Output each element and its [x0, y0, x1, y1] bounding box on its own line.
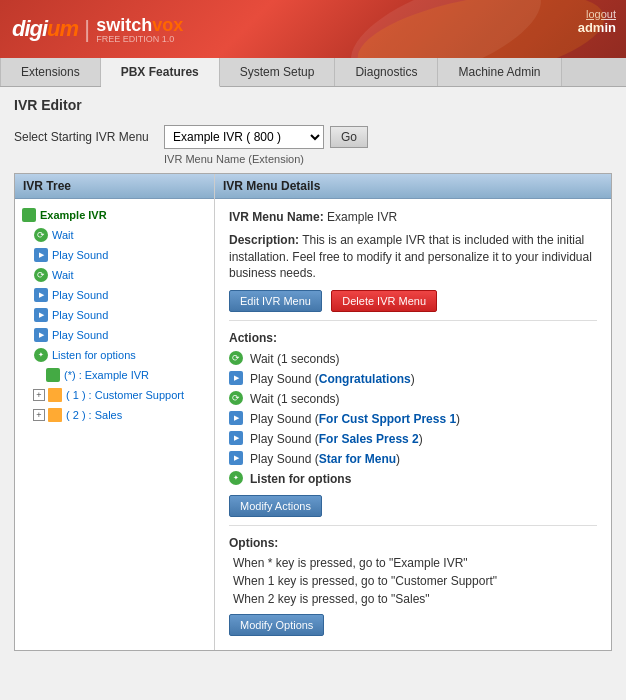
action-sound-icon-4: [229, 451, 245, 467]
ivr-details-panel: IVR Menu Details IVR Menu Name: Example …: [215, 174, 611, 650]
tree-label-wait-2: Wait: [52, 269, 74, 281]
delete-ivr-button[interactable]: Delete IVR Menu: [331, 290, 437, 312]
tree-label-listen: Listen for options: [52, 349, 136, 361]
logo-divider: |: [84, 15, 90, 43]
tree-item-play-sound-2[interactable]: Play Sound: [31, 285, 210, 305]
modify-options-button[interactable]: Modify Options: [229, 614, 324, 636]
action-sound-text-1: Play Sound (Congratulations): [250, 372, 415, 386]
action-sound-icon-3: [229, 431, 245, 447]
admin-name: admin: [578, 20, 616, 35]
go-button[interactable]: Go: [330, 126, 368, 148]
tree-content: Example IVR Wait Play Sound: [15, 199, 214, 431]
action-sound-text-3: Play Sound (For Sales Press 2): [250, 432, 423, 446]
tree-label-star-ivr: (*) : Example IVR: [64, 369, 149, 381]
tree-item-sales[interactable]: + ( 2 ) : Sales: [31, 405, 210, 425]
tree-label-sales: ( 2 ) : Sales: [66, 409, 122, 421]
page-title: IVR Editor: [14, 97, 612, 113]
tab-extensions[interactable]: Extensions: [0, 58, 101, 86]
modify-options-row: Modify Options: [229, 614, 597, 636]
option-3: When 2 key is pressed, go to "Sales": [229, 592, 597, 606]
folder-icon-2: [47, 407, 63, 423]
tree-item-play-sound-3[interactable]: Play Sound: [31, 305, 210, 325]
header-right: logout admin: [578, 8, 616, 35]
divider-2: [229, 525, 597, 526]
action-sound-text-4: Play Sound (Star for Menu): [250, 452, 400, 466]
tree-item-wait-2[interactable]: Wait: [31, 265, 210, 285]
main-content: IVR Editor Select Starting IVR Menu Exam…: [0, 87, 626, 661]
tree-item-play-sound-1[interactable]: Play Sound: [31, 245, 210, 265]
expand-icon-1[interactable]: +: [33, 389, 45, 401]
menu-name-label: IVR Menu Name:: [229, 210, 324, 224]
logout-link[interactable]: logout: [578, 8, 616, 20]
tree-item-star-ivr[interactable]: (*) : Example IVR: [43, 365, 210, 385]
ivr-tree-header: IVR Tree: [15, 174, 214, 199]
ivr-icon: [21, 207, 37, 223]
expand-icon-2[interactable]: +: [33, 409, 45, 421]
sound-icon-1: [33, 247, 49, 263]
description-line: Description: This is an example IVR that…: [229, 232, 597, 282]
tree-label-customer-support: ( 1 ) : Customer Support: [66, 389, 184, 401]
logo-edition: FREE EDITION 1.0: [96, 34, 183, 44]
tree-label-example-ivr: Example IVR: [40, 209, 107, 221]
action-wait-2: Wait (1 seconds): [229, 391, 597, 407]
tab-pbx-features[interactable]: PBX Features: [101, 58, 220, 87]
tree-label-play-sound-2: Play Sound: [52, 289, 108, 301]
action-wait-text-2: Wait (1 seconds): [250, 392, 340, 406]
tree-label-play-sound-1: Play Sound: [52, 249, 108, 261]
description-label: Description:: [229, 233, 299, 247]
sound-icon-4: [33, 327, 49, 343]
folder-icon-1: [47, 387, 63, 403]
listen-icon: [33, 347, 49, 363]
option-1: When * key is pressed, go to "Example IV…: [229, 556, 597, 570]
action-wait-icon-1: [229, 351, 245, 367]
edit-ivr-button[interactable]: Edit IVR Menu: [229, 290, 322, 312]
tab-system-setup[interactable]: System Setup: [220, 58, 336, 86]
wait-icon-2: [33, 267, 49, 283]
select-ivr-label: Select Starting IVR Menu: [14, 130, 154, 144]
logo-digium: digium: [12, 16, 78, 42]
tab-diagnostics[interactable]: Diagnostics: [335, 58, 438, 86]
action-sound-1: Play Sound (Congratulations): [229, 371, 597, 387]
ivr-tree-panel: IVR Tree Example IVR Wait: [15, 174, 215, 650]
sound-icon-2: [33, 287, 49, 303]
tree-item-example-ivr[interactable]: Example IVR: [19, 205, 210, 225]
action-sound-3: Play Sound (For Sales Press 2): [229, 431, 597, 447]
menu-name-value: Example IVR: [327, 210, 397, 224]
action-wait-1: Wait (1 seconds): [229, 351, 597, 367]
menu-name-line: IVR Menu Name: Example IVR: [229, 209, 597, 226]
action-sound-text-2: Play Sound (For Cust Spport Press 1): [250, 412, 460, 426]
modify-actions-button[interactable]: Modify Actions: [229, 495, 322, 517]
btn-row: Edit IVR Menu Delete IVR Menu: [229, 290, 597, 312]
wait-icon-1: [33, 227, 49, 243]
action-wait-icon-2: [229, 391, 245, 407]
tree-label-play-sound-3: Play Sound: [52, 309, 108, 321]
action-listen-icon: [229, 471, 245, 487]
sound-icon-3: [33, 307, 49, 323]
two-col-layout: IVR Tree Example IVR Wait: [14, 173, 612, 651]
option-2: When 1 key is pressed, go to "Customer S…: [229, 574, 597, 588]
tree-label-wait-1: Wait: [52, 229, 74, 241]
select-ivr-row: Select Starting IVR Menu Example IVR ( 8…: [14, 125, 612, 149]
ivr-details-header: IVR Menu Details: [215, 174, 611, 199]
tab-machine-admin[interactable]: Machine Admin: [438, 58, 561, 86]
logo-switchvox: switchvox: [96, 15, 183, 35]
ivr-select[interactable]: Example IVR ( 800 ): [164, 125, 324, 149]
tree-item-play-sound-4[interactable]: Play Sound: [31, 325, 210, 345]
tree-item-listen[interactable]: Listen for options: [31, 345, 210, 365]
tree-item-wait-1[interactable]: Wait: [31, 225, 210, 245]
action-sound-icon-1: [229, 371, 245, 387]
ivr-icon-star: [45, 367, 61, 383]
options-title: Options:: [229, 536, 597, 550]
action-wait-text-1: Wait (1 seconds): [250, 352, 340, 366]
nav-tabs: Extensions PBX Features System Setup Dia…: [0, 58, 626, 87]
form-hint: IVR Menu Name (Extension): [164, 153, 612, 165]
action-listen: Listen for options: [229, 471, 597, 487]
tree-label-play-sound-4: Play Sound: [52, 329, 108, 341]
action-sound-icon-2: [229, 411, 245, 427]
action-sound-2: Play Sound (For Cust Spport Press 1): [229, 411, 597, 427]
header: digium | switchvox FREE EDITION 1.0 logo…: [0, 0, 626, 58]
tree-item-customer-support[interactable]: + ( 1 ) : Customer Support: [31, 385, 210, 405]
action-listen-text: Listen for options: [250, 472, 351, 486]
action-sound-4: Play Sound (Star for Menu): [229, 451, 597, 467]
divider-1: [229, 320, 597, 321]
